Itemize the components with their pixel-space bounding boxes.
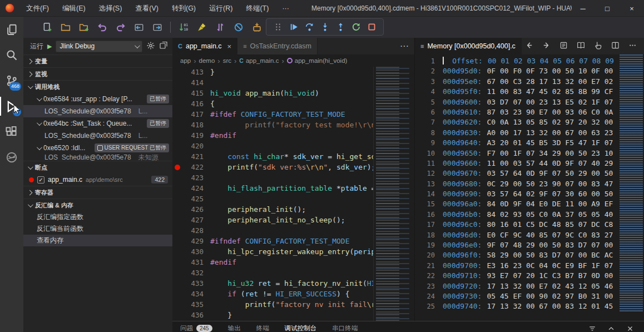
new-file-icon[interactable]: [42, 22, 52, 32]
forward-icon[interactable]: [542, 41, 552, 51]
call-stack-frame[interactable]: LOS_Schedule@0x003f5e78未知源: [23, 154, 172, 161]
menu-item-more[interactable]: ···: [276, 0, 295, 17]
gear-icon[interactable]: [146, 41, 155, 52]
menu-item-6[interactable]: 终端(T): [240, 0, 275, 17]
activity-extensions[interactable]: [0, 119, 23, 145]
editor-gutter[interactable]: 414: [172, 77, 204, 88]
editor-gutter[interactable]: 425: [172, 194, 204, 204]
breadcrumb-item[interactable]: app_main(hi_void): [295, 57, 348, 64]
section-breakpoints[interactable]: 断点: [23, 161, 172, 174]
activity-search[interactable]: [0, 42, 23, 68]
import-window-icon[interactable]: [134, 22, 144, 32]
call-stack-frame[interactable]: LOS_Schedule@0x003f5e78L...: [23, 130, 172, 142]
burn-flash-icon[interactable]: [252, 22, 262, 32]
new-folder-icon[interactable]: [79, 22, 89, 32]
close-button[interactable]: ×: [620, 0, 644, 17]
editor-gutter[interactable]: 419: [172, 130, 204, 141]
breadcrumb-item[interactable]: app_main.c: [246, 57, 279, 64]
panel-tab-输出[interactable]: 输出: [226, 321, 243, 332]
menu-item-3[interactable]: 查看(V): [129, 0, 165, 17]
editor-gutter[interactable]: 435: [172, 299, 204, 310]
outline-icon[interactable]: [559, 41, 569, 51]
editor-gutter[interactable]: 413: [172, 67, 204, 77]
breakpoint-row[interactable]: ✓ app_main.c app\demo\src 422: [23, 174, 172, 186]
tab-memory-viewer[interactable]: ≡ Memory [0x000d95d0,400].c: [415, 38, 522, 54]
grip-icon[interactable]: [272, 21, 284, 33]
editor-gutter[interactable]: 420: [172, 141, 204, 151]
more-icon[interactable]: [628, 41, 638, 51]
continue-icon[interactable]: [288, 21, 300, 33]
section-disassembly[interactable]: 反汇编 & 内存: [23, 199, 172, 211]
sort-numbers-icon[interactable]: 0110: [179, 22, 189, 32]
memory-hex-view[interactable]: 1 Offset:00 01 02 03 04 05 06 07 08 0920…: [415, 54, 618, 321]
step-over-icon[interactable]: [303, 21, 315, 33]
menu-item-5[interactable]: 运行(R): [203, 0, 239, 17]
disable-icon[interactable]: [234, 22, 244, 32]
launch-config-select[interactable]: Jlink Debug: [56, 41, 142, 52]
editor-gutter[interactable]: 423: [172, 172, 204, 183]
pointer-icon[interactable]: [594, 41, 604, 51]
filter-icon[interactable]: [588, 324, 596, 331]
split-editor-icon[interactable]: [611, 41, 621, 51]
menu-item-2[interactable]: 选择(S): [93, 0, 128, 17]
code-area[interactable]: 413}414415hi_void app_main(hi_void)416{4…: [172, 67, 373, 321]
editor-gutter[interactable]: 417: [172, 109, 204, 120]
editor-gutter[interactable]: 436: [172, 310, 204, 320]
chevron-up-icon[interactable]: [607, 324, 615, 331]
editor-minimap[interactable]: [373, 67, 414, 321]
editor-gutter[interactable]: 427: [172, 215, 204, 225]
back-icon[interactable]: [525, 41, 535, 51]
start-debug-icon[interactable]: ▶: [47, 43, 52, 50]
section-watch[interactable]: 监视: [23, 67, 172, 80]
close-icon[interactable]: [626, 324, 634, 331]
editor-gutter[interactable]: 421: [172, 151, 204, 162]
editor-gutter[interactable]: 416: [172, 98, 204, 109]
menu-item-1[interactable]: 编辑(E): [56, 0, 92, 17]
debug-console-icon[interactable]: [159, 41, 168, 52]
breakpoint-dot[interactable]: [175, 165, 180, 170]
section-variables[interactable]: 变量: [23, 54, 172, 67]
disasm-item[interactable]: 反汇编当前函数: [23, 223, 172, 235]
breadcrumb-item[interactable]: demo: [199, 57, 215, 64]
call-stack-thread[interactable]: 0xe6584 :usr_app : Delay [P...已暂停: [23, 93, 172, 105]
tab-app-main-c[interactable]: C app_main.c ×: [172, 38, 237, 54]
editor-gutter[interactable]: 434: [172, 289, 204, 299]
redo-icon[interactable]: [116, 22, 126, 32]
editor-gutter[interactable]: 426: [172, 204, 204, 215]
editor-gutter[interactable]: 424: [172, 183, 204, 194]
undo-icon[interactable]: [97, 22, 107, 32]
editor-gutter[interactable]: 429: [172, 236, 204, 246]
minimize-button[interactable]: ─: [571, 0, 595, 17]
editor-gutter[interactable]: 422: [172, 162, 204, 172]
stop-icon[interactable]: [365, 21, 378, 33]
panel-tab-调试控制台[interactable]: 调试控制台: [283, 321, 319, 332]
disasm-item[interactable]: 反汇编指定函数: [23, 211, 172, 223]
call-stack-thread[interactable]: 0xe64bc :Swt_Task : Queue...已暂停: [23, 117, 172, 130]
open-preview-icon[interactable]: [577, 41, 587, 51]
menu-item-4[interactable]: 转到(G): [166, 0, 202, 17]
activity-liteos-studio[interactable]: [0, 145, 23, 170]
panel-tab-串口终端[interactable]: 串口终端: [330, 321, 360, 332]
editor-gutter[interactable]: 432: [172, 267, 204, 278]
breadcrumb[interactable]: app›demo›src›Capp_main.c›app_main(hi_voi…: [172, 54, 414, 67]
panel-tab-终端[interactable]: 终端: [254, 321, 271, 332]
clean-broom-icon[interactable]: [197, 22, 207, 32]
editor-gutter[interactable]: 433: [172, 278, 204, 289]
breadcrumb-item[interactable]: app: [180, 57, 191, 64]
disasm-item[interactable]: 查看内存: [23, 235, 172, 246]
memory-minimap[interactable]: [620, 54, 643, 311]
open-folder-icon[interactable]: [61, 22, 71, 32]
breakpoint-checkbox[interactable]: ✓: [37, 176, 44, 184]
call-stack-thread[interactable]: 0xe6520 :Idl...USER REQUEST 已暂停: [23, 142, 172, 154]
editor-gutter[interactable]: 431: [172, 257, 204, 267]
step-out-icon[interactable]: [334, 21, 346, 33]
section-registers[interactable]: 寄存器: [23, 186, 172, 199]
panel-tab-问题[interactable]: 问题245: [178, 321, 215, 332]
activity-source-control[interactable]: 468: [0, 68, 23, 93]
editor-gutter[interactable]: 428: [172, 225, 204, 236]
maximize-button[interactable]: □: [595, 0, 620, 17]
export-window-icon[interactable]: [152, 22, 162, 32]
breadcrumb-item[interactable]: src: [223, 57, 231, 64]
activity-files[interactable]: [0, 17, 23, 42]
restart-icon[interactable]: [350, 21, 362, 33]
